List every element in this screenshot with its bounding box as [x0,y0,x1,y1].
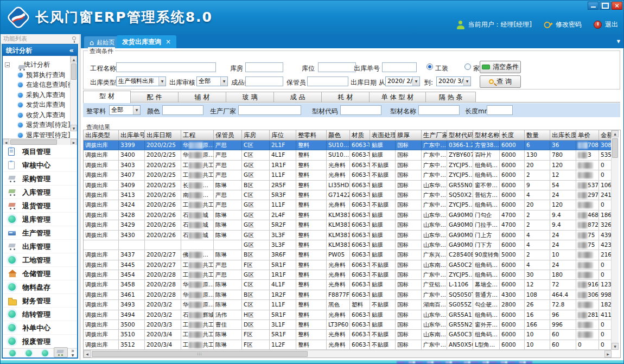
sidebar-item-4[interactable]: 入库管理 [3,186,77,199]
tree-expander-icon[interactable] [5,62,10,67]
column-header-14[interactable]: 型材代码 [447,130,473,141]
radio-jiazhuang[interactable] [464,63,471,70]
table-row[interactable]: 调拨出库34372020/2/27佛…陈琳B区3R6F整料PW056063-T5… [84,250,612,260]
column-header-4[interactable]: 工程 [181,130,214,141]
material-tab-6[interactable]: 耗 材 [322,92,370,103]
table-row[interactable]: 调拨出库35122020/3/4工共工程陈琳F区1L2F整料光身料6063-T5… [84,340,612,350]
sidebar-item-14[interactable]: 补单中心 [3,321,77,335]
material-tab-1[interactable]: 型 材 [83,91,131,103]
column-header-11[interactable]: 表面处理 [370,130,396,141]
logout-button[interactable]: 退出 [594,20,618,29]
column-header-3[interactable]: 出库日期 [145,130,181,141]
column-header-7[interactable]: 库位 [270,130,296,141]
table-row[interactable]: G区3L3F整料KLM38176063-T5贴膜国标山东华…GA90M09…门下… [84,240,612,250]
tree-vertical-scrollbar[interactable]: ▲ ▼ [70,56,77,131]
sidebar-item-11[interactable]: 物料盘存 [3,280,77,294]
table-row[interactable]: 调拨出库34242020/2/26工共工程严思G区1L1F整料光身料6063-T… [84,200,612,210]
sidebar-item-12[interactable]: 财务管理 [3,294,77,308]
maximize-button[interactable] [600,2,610,10]
module-dot-icon[interactable] [26,350,32,356]
location-input[interactable] [318,62,356,72]
table-row[interactable]: 调拨出库35102020/3/4工共工程陈琳F区5R1F整料光身料6063-T5… [84,330,612,340]
more-modules-button[interactable]: » ▼ [71,349,74,357]
tree-item-1[interactable]: 预算执行查询 [3,70,70,80]
column-header-13[interactable]: 生产厂家 [422,130,447,141]
column-header-2[interactable]: 出库单号 [119,130,145,141]
material-tab-7[interactable]: 单 体 型 材 [370,92,426,103]
tree-item-3[interactable]: 采购入库查询 [3,90,70,100]
project-name-input[interactable] [116,62,216,72]
column-header-15[interactable]: 型材名称 [473,130,500,141]
sidebar-item-1[interactable]: 项目管理 [3,145,77,158]
material-tab-4[interactable]: 玻 璃 [226,92,274,103]
scroll-left-icon[interactable]: ◀ [84,350,91,357]
tab-home[interactable]: ⌂ 起始页 [84,36,120,48]
pin-icon[interactable] [72,36,76,40]
column-header-20[interactable]: 金额 [599,130,612,141]
material-tab-2[interactable]: 配 件 [131,92,179,103]
module-dot-icon[interactable] [42,350,48,356]
outbound-type-select[interactable]: 生产领料出库 ▼ [116,76,166,86]
search-button[interactable]: 查 询 [480,75,521,88]
scroll-down-icon[interactable]: ▼ [71,125,77,131]
column-header-18[interactable]: 出库长度 [550,130,576,141]
grid-vertical-scrollbar[interactable]: ▲ ▼ [611,130,619,350]
profile-code-input[interactable] [340,105,381,115]
warehouse-input[interactable] [245,62,283,72]
tab-close-icon[interactable]: × [165,38,171,46]
sidebar-item-13[interactable]: 结转管理 [3,308,77,321]
grid-hscroll-thumb[interactable]: ⁞⁞⁞ [92,351,308,357]
material-tab-3[interactable]: 辅 材 [179,92,226,103]
table-row[interactable]: 调拨出库34132020/2/26南…严思C区5R3F整料G714226063-… [84,190,612,200]
table-row[interactable]: 调拨出库34072020/2/25工共工程严思G区1L1F整料光身料6063-T… [84,170,612,180]
column-header-5[interactable]: 保管员 [214,130,242,141]
tree-root[interactable]: 统计分析 [5,60,50,69]
product-type-input[interactable] [245,76,283,86]
column-header-16[interactable]: 长度 [500,130,525,141]
tab-overflow-dropdown-icon[interactable]: ▼ [617,39,620,44]
sidebar-item-9[interactable]: 工地管理 [3,253,77,267]
close-button[interactable]: × [612,2,622,10]
date-to-picker[interactable]: 2020/ 3/16 ▼ [436,76,471,86]
radio-gongzhuang-label[interactable]: 工装 [435,64,448,73]
grid-horizontal-scrollbar[interactable]: ◀ ⁞⁞⁞ ▶ [84,350,612,357]
scroll-up-icon[interactable]: ▲ [71,56,77,62]
radio-gongzhuang[interactable] [426,63,433,70]
table-row[interactable]: 调拨出库34612020/2/28华原…陈琳B区1R2F整料F8877FT606… [84,290,612,300]
module-cart-button[interactable] [54,347,68,357]
length-input[interactable] [487,105,513,115]
table-row[interactable]: 调拨出库34932020/3/2华原…陈琳C区1L1F整料黑色塑料不贴膜国标湖南… [84,300,612,310]
tree-vscroll-thumb[interactable] [71,63,77,80]
sidebar-item-5[interactable]: 退货管理 [3,199,77,213]
sidebar-item-15[interactable]: 报废管理 [3,335,77,348]
scroll-up-icon[interactable]: ▲ [612,130,619,137]
column-header-17[interactable]: 数量 [525,130,550,141]
sidebar-item-10[interactable]: 仓储管理 [3,267,77,280]
material-tab-8[interactable]: 隔 热 条 [426,92,476,103]
table-row[interactable]: 调拨出库34302020/2/26石城陈琳G区3L3F整料KLM38176063… [84,231,612,240]
tree-hscroll-thumb[interactable] [10,139,57,145]
minimize-button[interactable] [588,2,598,10]
clear-conditions-button[interactable]: 清空条件 [480,61,521,73]
date-from-picker[interactable]: 2020/ 2/16 ▼ [385,76,420,86]
collapse-icon[interactable]: « [69,45,74,56]
sidebar-item-3[interactable]: 采购管理 [3,172,77,186]
material-tab-5[interactable]: 成 品 [274,92,322,103]
table-row[interactable]: 调拨出库34092020/2/25长…陈琳B区2R5F整料LI35HD6063-… [84,181,612,190]
column-header-10[interactable]: 材质 [350,130,370,141]
sidebar-section-header[interactable]: 统计分析 « [3,45,77,56]
sidebar-item-2[interactable]: 审核中心 [3,158,77,172]
table-row[interactable]: 调拨出库34282020/2/26石城陈琳G区2L4F整料KLM38176063… [84,210,612,220]
change-password-button[interactable]: 修改密码 [544,20,582,29]
tab-shipment-outbound-query[interactable]: 发货出库查询 × [117,35,176,48]
table-row[interactable]: 调拨出库34032020/2/25工共工程严思G区1R1F整料光身料6063-T… [84,161,612,170]
table-row[interactable]: 调拨出库34542020/2/28工共工程严思G区1R1F整料光身料6063-T… [84,270,612,280]
table-row[interactable]: 调拨出库34582020/2/28华原…陈琳C区4L1F整料光身料6063-T5… [84,280,612,290]
keeper-input[interactable] [307,76,348,86]
color-input[interactable] [162,105,203,115]
tree-item-2[interactable]: 在途信息查询[待 [3,80,70,91]
module-dot-icon[interactable] [9,350,16,356]
table-row[interactable]: 调拨出库34452020/2/27工共工程严思F区5R1F整料光身料6063-T… [84,260,612,270]
tree-item-6[interactable]: 退货查询[待定] [3,120,70,131]
tree-item-4[interactable]: 发货出库查询 [3,100,70,111]
